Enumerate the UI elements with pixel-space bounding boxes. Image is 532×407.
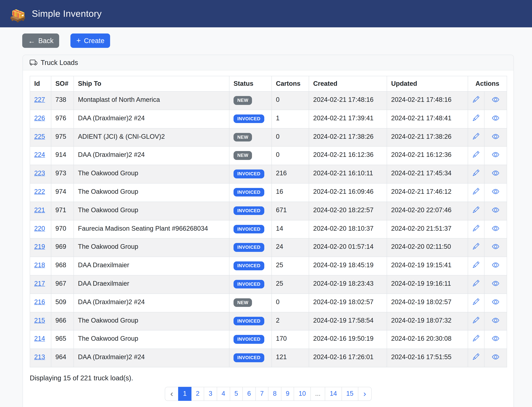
pagination-page-1[interactable]: 1 <box>178 387 191 401</box>
truckload-id-link[interactable]: 219 <box>34 243 45 250</box>
pencil-icon <box>473 298 479 305</box>
truckload-id-link[interactable]: 213 <box>34 353 45 360</box>
pagination-page-7[interactable]: 7 <box>255 387 268 401</box>
truckload-id-link[interactable]: 223 <box>34 170 45 177</box>
view-button[interactable] <box>492 133 499 140</box>
create-button[interactable]: + Create <box>71 33 110 48</box>
view-button[interactable] <box>492 151 499 158</box>
view-button[interactable] <box>492 206 499 214</box>
edit-button[interactable] <box>473 243 479 250</box>
edit-button[interactable] <box>473 96 479 102</box>
row-edit-cell <box>468 183 484 202</box>
view-button[interactable] <box>492 317 499 324</box>
view-button[interactable] <box>492 298 499 305</box>
truckload-id-link[interactable]: 217 <box>34 280 45 287</box>
truckload-id-link[interactable]: 222 <box>34 188 45 195</box>
back-button[interactable]: ← Back <box>22 33 59 48</box>
pagination-page-15[interactable]: 15 <box>341 387 358 401</box>
view-button[interactable] <box>492 353 499 360</box>
edit-button[interactable] <box>473 317 479 323</box>
status-badge: INVOICED <box>233 280 264 289</box>
view-button[interactable] <box>492 170 499 177</box>
row-edit-cell <box>468 239 484 257</box>
pencil-icon <box>473 151 479 158</box>
pagination-prev[interactable]: ‹ <box>165 387 179 401</box>
app-header: Simple Inventory <box>0 0 532 27</box>
truckload-id-link[interactable]: 215 <box>34 317 45 324</box>
row-updated-cell: 2024-02-21 17:48:16 <box>387 91 468 110</box>
view-button[interactable] <box>492 280 499 287</box>
row-shipto-cell: DAA (Draxlmaier)2 #24 <box>74 147 229 165</box>
row-updated-cell: 2024-02-19 19:16:11 <box>387 275 468 294</box>
row-id-cell: 223 <box>30 165 51 183</box>
edit-button[interactable] <box>473 206 479 213</box>
table-row: 218 968 DAA Draexilmaier INVOICED 25 202… <box>30 257 507 275</box>
row-shipto-cell: DAA (Draxlmaier)2 #24 <box>74 349 229 367</box>
row-cartons-cell: 170 <box>272 330 309 349</box>
app-title: Simple Inventory <box>32 8 102 19</box>
pagination-page-6[interactable]: 6 <box>242 387 255 401</box>
eye-icon <box>492 317 499 324</box>
row-shipto-cell: The Oakwood Group <box>74 183 229 202</box>
pagination-page-14[interactable]: 14 <box>325 387 342 401</box>
pencil-icon <box>473 170 479 176</box>
column-header-so: SO# <box>51 76 74 91</box>
truckload-id-link[interactable]: 216 <box>34 298 45 305</box>
status-badge: INVOICED <box>233 170 264 178</box>
table-row: 227 738 Montaplast of North America NEW … <box>30 91 507 110</box>
table-row: 221 971 The Oakwood Group INVOICED 671 2… <box>30 202 507 220</box>
row-id-cell: 216 <box>30 294 51 312</box>
truckload-id-link[interactable]: 220 <box>34 225 45 232</box>
row-edit-cell <box>468 257 484 275</box>
row-so-cell: 914 <box>51 147 74 165</box>
edit-button[interactable] <box>473 170 479 176</box>
view-button[interactable] <box>492 243 499 250</box>
status-badge: INVOICED <box>233 225 264 233</box>
truckload-id-link[interactable]: 221 <box>34 206 45 214</box>
pagination-page-3[interactable]: 3 <box>204 387 217 401</box>
eye-icon <box>492 133 499 140</box>
edit-button[interactable] <box>473 280 479 286</box>
truckload-id-link[interactable]: 225 <box>34 133 45 140</box>
edit-button[interactable] <box>473 335 479 342</box>
truckload-id-link[interactable]: 214 <box>34 335 45 342</box>
row-status-cell: INVOICED <box>229 202 272 220</box>
truckload-id-link[interactable]: 226 <box>34 115 45 122</box>
row-view-cell <box>484 312 507 330</box>
pagination-page-8[interactable]: 8 <box>268 387 281 401</box>
edit-button[interactable] <box>473 225 479 231</box>
edit-button[interactable] <box>473 115 479 121</box>
row-view-cell <box>484 91 507 110</box>
pagination-page-9[interactable]: 9 <box>281 387 294 401</box>
view-button[interactable] <box>492 225 499 232</box>
edit-button[interactable] <box>473 151 479 158</box>
pagination-page-10[interactable]: 10 <box>294 387 311 401</box>
edit-button[interactable] <box>473 188 479 195</box>
row-status-cell: INVOICED <box>229 275 272 294</box>
view-button[interactable] <box>492 261 499 269</box>
row-updated-cell: 2024-02-19 19:15:41 <box>387 257 468 275</box>
row-created-cell: 2024-02-20 01:57:14 <box>309 239 387 257</box>
truckload-id-link[interactable]: 218 <box>34 261 45 269</box>
edit-button[interactable] <box>473 133 479 139</box>
row-id-cell: 226 <box>30 110 51 128</box>
truckload-id-link[interactable]: 224 <box>34 151 45 158</box>
edit-button[interactable] <box>473 261 479 268</box>
pagination-page-5[interactable]: 5 <box>230 387 243 401</box>
pagination-page-4[interactable]: 4 <box>217 387 230 401</box>
row-edit-cell <box>468 202 484 220</box>
edit-button[interactable] <box>473 353 479 360</box>
pencil-icon <box>473 188 479 195</box>
table-row: 215 966 The Oakwood Group INVOICED 2 202… <box>30 312 507 330</box>
row-cartons-cell: 0 <box>272 128 309 147</box>
truck-loads-table: IdSO#Ship ToStatusCartonsCreatedUpdatedA… <box>30 76 507 367</box>
pagination-next[interactable]: › <box>358 387 372 401</box>
view-button[interactable] <box>492 188 499 195</box>
pagination-page-2[interactable]: 2 <box>191 387 204 401</box>
edit-button[interactable] <box>473 298 479 305</box>
view-button[interactable] <box>492 96 499 103</box>
status-badge: INVOICED <box>233 335 264 344</box>
view-button[interactable] <box>492 335 499 342</box>
view-button[interactable] <box>492 115 499 122</box>
truckload-id-link[interactable]: 227 <box>34 96 45 103</box>
